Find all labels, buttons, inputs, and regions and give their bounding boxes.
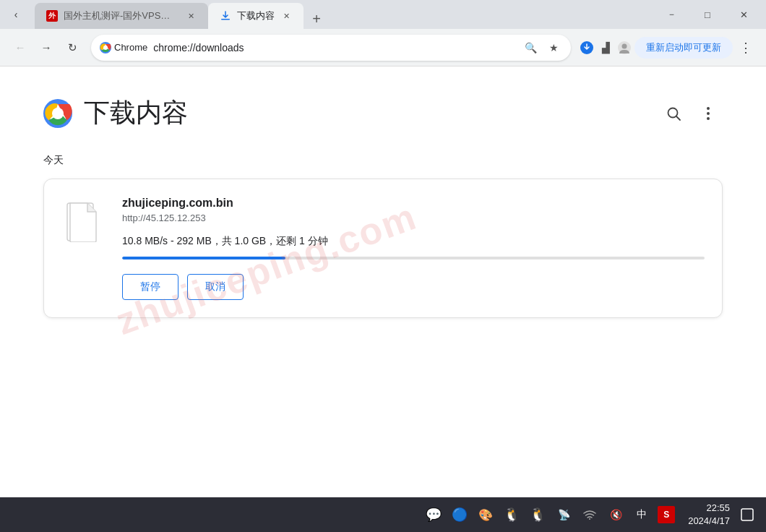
section-label-today: 今天 [43,154,723,167]
svg-point-3 [103,46,108,50]
progress-bar-fill [122,257,285,259]
download-info: zhujiceping.com.bin http://45.125.12.253… [122,197,705,300]
new-tab-button[interactable]: + [306,9,327,29]
taskbar-bluetooth-icon[interactable]: 🔵 [449,505,470,525]
refresh-button[interactable]: ↻ [61,36,84,59]
address-url-text: chrome://downloads [153,42,516,53]
taskbar-notification-button[interactable] [737,505,757,525]
tab-strip-left-arrow[interactable]: ‹ [6,4,26,25]
svg-point-15 [589,518,590,520]
file-url: http://45.125.12.253 [122,213,705,223]
taskbar-superrecovery-icon[interactable]: S [658,506,675,523]
download-card: zhujiceping.com.bin http://45.125.12.253… [43,179,723,318]
extensions-icon[interactable]: ▟ [597,39,614,56]
tab-inactive-vps[interactable]: 外 国外主机测评-国外VPS、国外... ✕ [35,3,208,29]
download-status: 10.8 MB/s - 292 MB，共 1.0 GB，还剩 1 分钟 [122,235,705,248]
tab-favicon-downloads [220,10,231,22]
tab-close-downloads[interactable]: ✕ [280,10,292,22]
svg-point-11 [707,107,710,110]
taskbar: 💬 🔵 🎨 🐧 🐧 📡 🔇 中 S 22:55 2024/4/17 [0,497,766,532]
taskbar-clock[interactable]: 22:55 2024/4/17 [688,502,730,528]
page-title: 下载内容 [84,95,188,131]
taskbar-ime-icon[interactable]: 中 [632,505,652,525]
pause-button[interactable]: 暂停 [122,274,178,300]
download-status-icon[interactable] [578,39,595,56]
address-brand-label: Chrome [114,42,147,53]
back-button[interactable]: ← [9,36,32,59]
taskbar-paint-icon[interactable]: 🎨 [475,505,496,525]
taskbar-wifi-icon[interactable] [580,505,600,525]
svg-rect-0 [221,19,230,20]
search-icon[interactable]: 🔍 [522,39,539,56]
taskbar-wechat-icon[interactable]: 💬 [423,505,444,525]
taskbar-qq-icon1[interactable]: 🐧 [502,505,522,525]
taskbar-date: 2024/4/17 [688,515,730,528]
svg-point-9 [52,108,64,119]
minimize-button[interactable]: － [655,3,688,26]
address-favicon: Chrome [100,42,147,53]
progress-bar [122,257,705,259]
forward-button[interactable]: → [35,36,58,59]
download-actions: 暂停 取消 [122,274,705,300]
page-header: 下载内容 [43,95,723,131]
browser-menu-button[interactable]: ⋮ [734,36,757,59]
svg-point-12 [707,112,710,115]
tab-active-downloads[interactable]: 下载内容 ✕ [208,3,304,29]
chrome-logo [43,99,72,128]
taskbar-time: 22:55 [706,502,730,515]
address-bar[interactable]: Chrome chrome://downloads 🔍 ★ [91,35,571,61]
svg-rect-16 [741,509,753,520]
downloads-menu-button[interactable] [694,99,723,128]
tab-label-downloads: 下载内容 [237,9,275,22]
svg-point-13 [707,117,710,120]
taskbar-qq-icon2[interactable]: 🐧 [528,505,548,525]
filename: zhujiceping.com.bin [122,197,705,210]
search-downloads-button[interactable] [659,99,688,128]
taskbar-network-icon[interactable]: 📡 [554,505,574,525]
tab-label-vps: 国外主机测评-国外VPS、国外... [64,9,179,22]
taskbar-volume-icon[interactable]: 🔇 [606,505,626,525]
profile-icon[interactable] [616,39,633,56]
tab-close-vps[interactable]: ✕ [185,10,197,22]
update-button[interactable]: 重新启动即可更新 [634,37,733,59]
cancel-button[interactable]: 取消 [187,274,244,300]
svg-point-6 [622,43,627,48]
taskbar-icons: 💬 🔵 🎨 🐧 🐧 📡 🔇 中 S [423,505,675,525]
close-button[interactable]: ✕ [727,3,760,26]
bookmark-icon[interactable]: ★ [545,39,562,56]
tab-favicon-vps: 外 [46,10,58,22]
maximize-button[interactable]: □ [691,3,724,26]
file-icon [61,197,105,247]
